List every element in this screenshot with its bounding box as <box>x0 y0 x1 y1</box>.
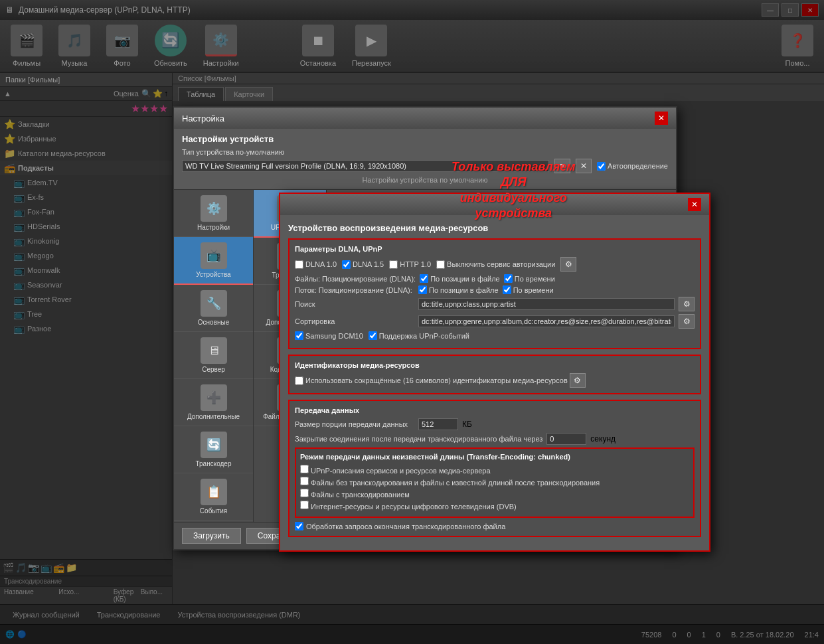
chunked-text-0: UPnP-описания сервисов и ресурсов медиа-… <box>311 467 491 475</box>
device-dialog: ✕ Устройство воспроизведения медиа-ресур… <box>279 193 710 552</box>
chunk-size-input[interactable] <box>418 418 458 430</box>
files-by-time-checkbox[interactable] <box>504 274 513 283</box>
process-request-label[interactable]: Обработка запроса окончания транскодиров… <box>295 522 695 530</box>
dlna-params-box: Параметры DLNA, UPnP DLNA 1.0 DLNA 1.5 H… <box>288 238 701 349</box>
ident-check-label[interactable]: Использовать сокращённые (16 символов) и… <box>295 373 695 388</box>
disable-auth-checkbox[interactable] <box>436 260 445 269</box>
chunked-item-0[interactable]: UPnP-описания сервисов и ресурсов медиа-… <box>300 465 689 475</box>
nav-settings[interactable]: ⚙️ Настройки <box>174 190 253 237</box>
chunk-size-label: Размер порции передачи данных <box>295 420 414 428</box>
nav-events[interactable]: 📋 События <box>174 473 253 521</box>
nav-basic-icon: 🔧 <box>201 290 227 317</box>
chunked-item-1[interactable]: Файлы без транскодирования и файлы с изв… <box>300 477 689 487</box>
dlna15-checkbox[interactable] <box>342 260 351 269</box>
ident-section-title: Идентификаторы медиа-ресурсов <box>295 361 695 369</box>
nav-additional2[interactable]: ➕ Дополнительно <box>174 521 253 522</box>
stream-by-pos-checkbox[interactable] <box>418 285 427 294</box>
settings-title: Настройка <box>182 114 224 123</box>
process-request-text: Обработка запроса окончания транскодиров… <box>306 523 505 530</box>
device-clear-btn[interactable]: ✕ <box>576 159 592 173</box>
stream-by-pos-text: По позиции в файле <box>429 286 499 294</box>
chunked-box: Режим передачи данных неизвестной длины … <box>295 447 695 518</box>
files-by-pos-text: По позиции в файле <box>430 275 500 283</box>
settings-title-bar: Настройка ✕ <box>174 108 676 129</box>
chunk-size-unit: КБ <box>462 420 472 429</box>
nav-events-label: События <box>200 507 227 515</box>
nav-additional[interactable]: ➕ Дополнительные <box>174 379 253 426</box>
files-by-time-text: По времени <box>515 275 555 283</box>
nav-server[interactable]: 🖥 Сервер <box>174 332 253 379</box>
samsung-checkbox[interactable] <box>295 331 303 340</box>
chunked-text-1: Файлы без транскодирования и файлы с изв… <box>311 479 600 487</box>
nav-transcoder[interactable]: 🔄 Транскодер <box>174 426 253 473</box>
device-settings-subtitle: Настройки устройства по умолчанию <box>182 176 668 184</box>
transfer-section-title: Передача данных <box>295 406 695 414</box>
transfer-box: Передача данных Размер порции передачи д… <box>288 400 701 537</box>
chunked-cb-0[interactable] <box>300 465 309 473</box>
stream-by-pos-label[interactable]: По позиции в файле <box>418 285 499 294</box>
upnp-events-text: Поддержка UPnP-событий <box>379 332 469 340</box>
nav-settings-label: Настройки <box>197 224 230 231</box>
ident-checkbox[interactable] <box>295 376 303 385</box>
dlna-checks-row: DLNA 1.0 DLNA 1.5 HTTP 1.0 Выключить сер… <box>295 257 695 272</box>
files-by-pos-checkbox[interactable] <box>420 274 428 283</box>
sort-input[interactable] <box>418 315 675 327</box>
stream-by-time-label[interactable]: По времени <box>503 285 554 294</box>
dlna10-text: DLNA 1.0 <box>305 260 337 268</box>
files-by-time-label[interactable]: По времени <box>504 274 555 283</box>
search-row: Поиск ⚙ <box>295 297 695 311</box>
nav-events-icon: 📋 <box>201 479 227 505</box>
dlna15-text: DLNA 1.5 <box>353 260 384 268</box>
dlna-config-btn[interactable]: ⚙ <box>560 257 576 272</box>
device-settings-title: Настройки устройств <box>182 134 668 144</box>
sort-row: Сортировка ⚙ <box>295 314 695 329</box>
dlna15-label[interactable]: DLNA 1.5 <box>342 260 384 269</box>
chunked-item-3[interactable]: Интернет-ресурсы и ресурсы цифрового тел… <box>300 501 689 511</box>
sort-config-btn[interactable]: ⚙ <box>679 314 695 329</box>
device-body: Устройство воспроизведения медиа-ресурсо… <box>280 215 709 550</box>
nav-basic[interactable]: 🔧 Основные <box>174 285 253 332</box>
stream-by-time-text: По времени <box>513 286 554 294</box>
files-by-pos-label[interactable]: По позиции в файле <box>420 274 500 283</box>
disable-auth-label[interactable]: Выключить сервис авторизации <box>436 260 555 269</box>
stream-by-time-checkbox[interactable] <box>503 285 511 294</box>
http10-checkbox[interactable] <box>389 260 398 269</box>
auto-detect-checkbox[interactable] <box>597 162 606 171</box>
upnp-events-label[interactable]: Поддержка UPnP-событий <box>369 331 469 340</box>
nav-server-icon: 🖥 <box>201 337 227 364</box>
samsung-label[interactable]: Samsung DCM10 <box>295 331 363 340</box>
settings-close-button[interactable]: ✕ <box>655 112 668 125</box>
nav-additional-label: Дополнительные <box>187 413 240 420</box>
ident-config-btn[interactable]: ⚙ <box>570 373 586 388</box>
stream-pos-row: Поток: Позиционирование (DLNA): По позиц… <box>295 285 695 294</box>
process-request-checkbox[interactable] <box>295 522 303 530</box>
auto-detect-check-label[interactable]: Автоопределение <box>597 162 668 171</box>
nav-devices[interactable]: 📺 Устройства <box>174 237 253 285</box>
files-pos-row: Файлы: Позиционирование (DLNA): По позиц… <box>295 274 695 283</box>
http10-label[interactable]: HTTP 1.0 <box>389 260 431 269</box>
nav-settings-icon: ⚙️ <box>201 195 227 222</box>
chunked-item-2[interactable]: Файлы с транскодированием <box>300 489 689 499</box>
chunked-cb-2[interactable] <box>300 489 309 497</box>
device-section-title: Устройство воспроизведения медиа-ресурсо… <box>288 223 701 233</box>
nav-transcoder-label: Транскодер <box>196 460 232 467</box>
nav-transcoder-icon: 🔄 <box>201 432 227 458</box>
http10-text: HTTP 1.0 <box>400 260 431 268</box>
device-type-label: Тип устройства по-умолчанию <box>182 148 668 156</box>
nav-devices-icon: 📺 <box>201 242 227 269</box>
dlna10-label[interactable]: DLNA 1.0 <box>295 260 337 269</box>
close-conn-label: Закрытие соединения после передачи транс… <box>295 435 542 443</box>
upnp-events-checkbox[interactable] <box>369 331 377 340</box>
close-conn-input[interactable] <box>546 433 586 445</box>
chunked-cb-1[interactable] <box>300 477 309 485</box>
chunked-cb-3[interactable] <box>300 501 309 509</box>
search-config-btn[interactable]: ⚙ <box>679 297 695 311</box>
search-label: Поиск <box>295 300 414 308</box>
device-settings-header: Настройки устройств Тип устройства по-ум… <box>174 129 676 190</box>
search-input[interactable] <box>418 298 675 310</box>
nav-server-label: Сервер <box>202 366 225 373</box>
device-close-button[interactable]: ✕ <box>688 198 701 211</box>
ident-check-text: Использовать сокращённые (16 символов) и… <box>305 376 568 384</box>
load-button[interactable]: Загрузить <box>182 528 241 544</box>
dlna10-checkbox[interactable] <box>295 260 303 269</box>
